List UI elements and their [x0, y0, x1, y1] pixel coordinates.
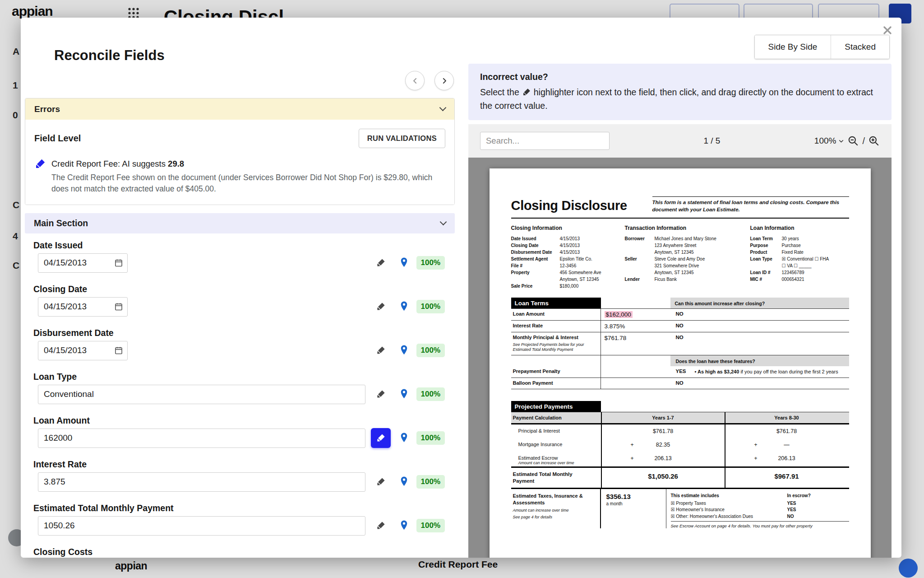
confidence-badge: 100%	[416, 344, 445, 357]
location-pin-icon[interactable]	[399, 475, 409, 488]
highlighter-icon	[376, 345, 386, 355]
disbursement-date-input[interactable]	[38, 345, 110, 355]
document-title: Closing Disclosure	[511, 198, 627, 213]
document-viewport[interactable]: Closing Disclosure This form is a statem…	[468, 158, 892, 558]
extraction-highlight: $162,000	[605, 311, 633, 318]
estimate-includes-list: This estimate includes ☒ Property Taxes …	[671, 493, 787, 520]
errors-header-label: Errors	[34, 104, 60, 114]
highlighter-icon-button[interactable]	[371, 384, 391, 404]
field-closing-costs: Closing Costs	[25, 546, 455, 558]
loan-terms-question: Can this amount increase after closing?	[670, 298, 849, 308]
highlighter-icon-button[interactable]	[371, 297, 391, 317]
document-info-columns: Closing Information Date Issued4/15/2013…	[511, 225, 849, 289]
close-icon[interactable]	[880, 23, 895, 38]
view-toggle: Side By Side Stacked	[754, 35, 890, 59]
projected-payments-header: Projected Payments	[511, 401, 601, 412]
document-subtitle: This form is a statement of final loan t…	[652, 196, 849, 213]
error-item-credit-report-fee[interactable]: Credit Report Fee: AI suggests 29.8 The …	[34, 158, 445, 195]
toggle-side-by-side[interactable]: Side By Side	[755, 35, 831, 59]
field-label: Estimated Total Monthly Payment	[25, 503, 455, 513]
prev-field-button[interactable]	[405, 71, 425, 90]
main-section-accordion-header[interactable]: Main Section	[25, 213, 455, 233]
balloon-payment-row: Balloon Payment NO	[511, 378, 849, 389]
highlighter-icon	[376, 521, 386, 531]
highlighter-icon-button[interactable]	[371, 472, 391, 492]
highlighter-icon	[376, 302, 386, 312]
location-pin-icon[interactable]	[399, 256, 409, 269]
loan-features-header-row: Does the loan have these features?	[511, 355, 849, 366]
field-estimated-total-monthly-payment: Estimated Total Monthly Payment 100%	[25, 503, 455, 536]
estimated-escrow-row: Estimated EscrowAmount can increase over…	[511, 452, 849, 467]
calendar-icon[interactable]	[110, 258, 127, 267]
loan-information-column: Loan Information Loan Term30 years Purpo…	[750, 225, 849, 289]
closing-information-column: Closing Information Date Issued4/15/2013…	[511, 225, 625, 289]
field-list: Date Issued 100%	[25, 240, 455, 558]
highlighter-icon	[376, 258, 386, 268]
in-escrow-list: In escrow? YES YES NO	[787, 493, 849, 520]
field-label: Loan Type	[25, 371, 455, 382]
prepayment-penalty-row: Prepayment Penalty YES• As high as $3,24…	[511, 366, 849, 378]
reconcile-fields-modal: Reconcile Fields Side By Side Stacked Er…	[21, 18, 901, 558]
location-pin-icon[interactable]	[399, 344, 409, 357]
confidence-badge: 100%	[416, 431, 445, 445]
toggle-stacked[interactable]: Stacked	[831, 35, 889, 59]
highlighter-icon-button[interactable]	[371, 253, 391, 273]
closing-date-input[interactable]	[38, 302, 110, 312]
interest-rate-row: Interest Rate 3.875% NO	[511, 321, 849, 332]
document-header: Closing Disclosure This form is a statem…	[511, 196, 849, 219]
loan-amount-row: Loan Amount $162,000 NO	[511, 309, 849, 321]
loan-type-input[interactable]	[38, 389, 365, 399]
highlighter-icon	[376, 433, 386, 443]
page-indicator: 1 / 5	[703, 136, 720, 146]
search-input[interactable]	[480, 132, 610, 150]
interest-rate-input[interactable]	[38, 477, 365, 487]
field-date-issued: Date Issued 100%	[25, 240, 455, 273]
main-section-label: Main Section	[34, 218, 88, 228]
zoom-level-select[interactable]: 100%	[814, 136, 845, 146]
ai-highlighter-icon	[34, 158, 46, 170]
info-box-text: Select thehighlighter icon next to the f…	[480, 86, 880, 112]
field-label: Closing Date	[25, 284, 455, 294]
highlighter-icon-button[interactable]	[371, 516, 391, 536]
zoom-in-button[interactable]	[868, 135, 880, 147]
errors-accordion-header[interactable]: Errors	[25, 98, 454, 120]
field-closing-date: Closing Date 100%	[25, 284, 455, 317]
calendar-icon[interactable]	[110, 302, 127, 311]
loan-terms-header: Loan Terms	[511, 298, 601, 308]
principal-interest-row: Principal & Interest $761.78 $761.78	[511, 424, 849, 438]
chevron-down-icon	[838, 138, 844, 144]
highlighter-icon	[522, 88, 531, 100]
chevron-right-icon	[440, 76, 449, 85]
error-suggested-value: 29.8	[168, 159, 184, 168]
field-label: Date Issued	[25, 240, 455, 251]
location-pin-icon[interactable]	[399, 519, 409, 532]
chevron-left-icon	[411, 76, 420, 85]
errors-body: Field Level RUN VALIDATIONS Credit Repor…	[25, 120, 454, 205]
estimated-total-monthly-payment-input[interactable]	[38, 521, 365, 531]
zoom-out-button[interactable]	[847, 135, 859, 147]
field-pager	[25, 71, 455, 90]
highlighter-icon-button[interactable]	[371, 340, 391, 360]
run-validations-button[interactable]: RUN VALIDATIONS	[359, 129, 445, 148]
loan-amount-input[interactable]	[38, 433, 365, 443]
field-interest-rate: Interest Rate 100%	[25, 459, 455, 492]
zoom-out-icon	[847, 135, 859, 147]
location-pin-icon[interactable]	[399, 300, 409, 313]
date-issued-input[interactable]	[38, 258, 110, 268]
highlighter-icon-button-active[interactable]	[371, 428, 391, 448]
projected-payments-column-headers: Payment Calculation Years 1-7 Years 8-30	[511, 412, 849, 424]
confidence-badge: 100%	[416, 387, 445, 401]
confidence-badge: 100%	[416, 519, 445, 532]
field-loan-amount: Loan Amount 100%	[25, 415, 455, 448]
calendar-icon[interactable]	[110, 346, 127, 355]
info-box-title: Incorrect value?	[480, 72, 880, 82]
document-toolbar: 1 / 5 100% /	[468, 124, 892, 158]
transaction-information-column: Transaction Information BorrowerMichael …	[625, 225, 750, 289]
errors-section: Errors Field Level RUN VALIDATIONS Credi…	[25, 98, 455, 205]
estimated-total-monthly-payment-row: Estimated Total Monthly Payment $1,050.2…	[511, 466, 849, 489]
closing-disclosure-page[interactable]: Closing Disclosure This form is a statem…	[490, 168, 871, 558]
field-label: Closing Costs	[25, 546, 455, 557]
location-pin-icon[interactable]	[399, 432, 409, 444]
next-field-button[interactable]	[434, 71, 454, 90]
location-pin-icon[interactable]	[399, 388, 409, 401]
